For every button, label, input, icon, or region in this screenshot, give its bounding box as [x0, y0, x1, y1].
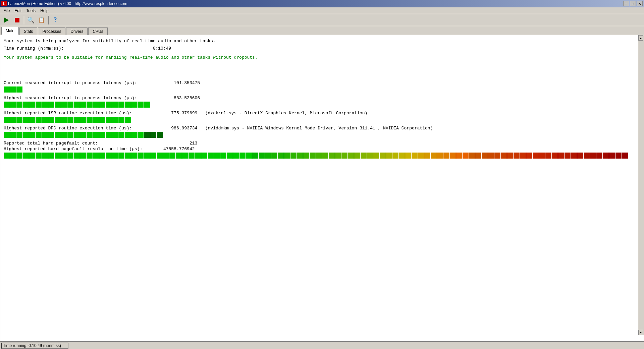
minimize-button[interactable]: ─ — [623, 1, 629, 6]
pagefault-bar-segment — [514, 153, 520, 159]
copy-button[interactable]: 📋 — [37, 15, 47, 25]
title-bar-left: L LatencyMon (Home Edition ) v 6.00 - ht… — [1, 1, 127, 6]
bar-segment — [48, 102, 54, 108]
bar-segment — [131, 102, 137, 108]
pagefault-bar-segment — [603, 153, 609, 159]
bar-segment — [74, 117, 80, 123]
bar-segment — [29, 132, 35, 138]
pagefault-bar-segment — [163, 153, 169, 159]
bar-segment — [80, 132, 86, 138]
title-bar-buttons: ─ □ ✕ — [623, 1, 643, 6]
pagefault-bar-segment — [125, 153, 131, 159]
bar-segment — [55, 117, 61, 123]
pagefault-bar-segment — [437, 153, 443, 159]
pagefault-bar-segment — [367, 153, 373, 159]
pagefault-bar-segment — [118, 153, 124, 159]
pagefault-bar-segment — [463, 153, 469, 159]
stop-button[interactable] — [12, 15, 22, 25]
pagefault-bar-segment — [354, 153, 360, 159]
pagefault-bar-segment — [55, 153, 61, 159]
bar-segment — [93, 102, 99, 108]
pagefault-bar-segment — [539, 153, 545, 159]
scroll-thumb[interactable] — [638, 41, 644, 330]
pagefault-bar-segment — [322, 153, 328, 159]
metric-pagefault-label: Reported total hard pagefault count: — [4, 141, 98, 146]
close-button[interactable]: ✕ — [637, 1, 643, 6]
menu-tools[interactable]: Tools — [24, 8, 38, 14]
metric-isr-label: Highest reported ISR routine execution t… — [4, 111, 132, 116]
pagefault-bar-segment — [131, 153, 137, 159]
metric-highest-value: 883.528606 — [140, 96, 200, 101]
metric-dpc-label: Highest reported DPC routine execution t… — [4, 126, 132, 131]
bar-segment — [67, 117, 73, 123]
tab-drivers[interactable]: Drivers — [66, 27, 88, 35]
scroll-up-button[interactable]: ▲ — [638, 35, 643, 41]
play-button[interactable] — [1, 15, 11, 25]
toolbar-separator-1 — [24, 16, 24, 24]
pagefault-bar-segment — [584, 153, 590, 159]
pagefault-bar-segment — [494, 153, 500, 159]
bar-segment — [144, 132, 150, 138]
tab-processes[interactable]: Processes — [38, 27, 65, 35]
search-button[interactable]: 🔍 — [26, 15, 36, 25]
bar-segment — [61, 102, 67, 108]
bar-segment — [93, 132, 99, 138]
pagefault-bar-segment — [239, 153, 246, 159]
status-bar: Time running: 0:10:49 (h:mm:ss) — [0, 342, 644, 349]
bar-segment — [125, 132, 131, 138]
bar-segment — [4, 102, 10, 108]
pagefault-bar-segment — [23, 153, 29, 159]
menu-file[interactable]: File — [1, 8, 12, 14]
metric-current-value: 101.353475 — [140, 80, 200, 85]
metric-pagefault-value: 213 — [101, 141, 198, 146]
bar-segment — [55, 132, 61, 138]
help-button[interactable]: ? — [50, 15, 60, 25]
pagefault-bar-segment — [386, 153, 392, 159]
pagefault-bar-segment — [169, 153, 175, 159]
pagefault-bar-segment — [4, 153, 10, 159]
menu-edit[interactable]: Edit — [12, 8, 23, 14]
status-line2-row: Time running (h:mm:ss): 0:10:49 — [4, 45, 636, 52]
pagefault-bar-segment — [373, 153, 379, 159]
pagefault-bar-segment — [93, 153, 99, 159]
bar-segment — [23, 117, 29, 123]
pagefault-bar-segment — [469, 153, 475, 159]
tab-stats[interactable]: Stats — [19, 27, 37, 35]
pagefault-bar-segment — [278, 153, 284, 159]
pagefault-bar-segment — [138, 153, 144, 159]
bar-segment — [67, 132, 73, 138]
bar-segment — [36, 132, 42, 138]
pagefault-bar-segment — [431, 153, 437, 159]
tab-main[interactable]: Main — [1, 27, 19, 35]
restore-button[interactable]: □ — [630, 1, 636, 6]
pagefault-bar-segment — [189, 153, 195, 159]
pagefault-bar-segment — [74, 153, 80, 159]
metric-pagefault-resolution-value: 47558.776942 — [145, 147, 195, 152]
pagefault-bar-segment — [99, 153, 105, 159]
pagefault-bar-segment — [265, 153, 271, 159]
pagefault-bar-segment — [290, 153, 297, 159]
pagefault-bar-segment — [501, 153, 507, 159]
pagefault-bar-segment — [443, 153, 449, 159]
pagefault-bar-segment — [176, 153, 182, 159]
bar-segment — [106, 102, 112, 108]
scroll-down-button[interactable]: ▼ — [638, 330, 643, 335]
tab-cpus[interactable]: CPUs — [88, 27, 107, 35]
content-scroll: Your system is being analyzed for suitab… — [0, 35, 644, 341]
menu-help[interactable]: Help — [38, 8, 51, 14]
pagefault-bar-segment — [259, 153, 265, 159]
metric-pagefault-resolution-row: Highest reported hard pagefault resoluti… — [4, 147, 636, 152]
bar-segment — [112, 132, 118, 138]
pagefault-bar-segment — [36, 153, 42, 159]
main-content-area: Your system is being analyzed for suitab… — [0, 35, 644, 342]
status-bar-text: Time running: 0:10:49 (h:mm:ss) — [3, 343, 61, 348]
pagefault-bar-segment — [456, 153, 462, 159]
bar-segment — [42, 117, 48, 123]
bar-segment — [74, 132, 80, 138]
bar-segment — [99, 102, 105, 108]
green-status-row: Your system appears to be suitable for h… — [4, 54, 636, 61]
pagefault-bar-segment — [615, 153, 622, 159]
bar-segment — [4, 117, 10, 123]
bar-segment — [36, 117, 42, 123]
bar-segment — [118, 102, 124, 108]
